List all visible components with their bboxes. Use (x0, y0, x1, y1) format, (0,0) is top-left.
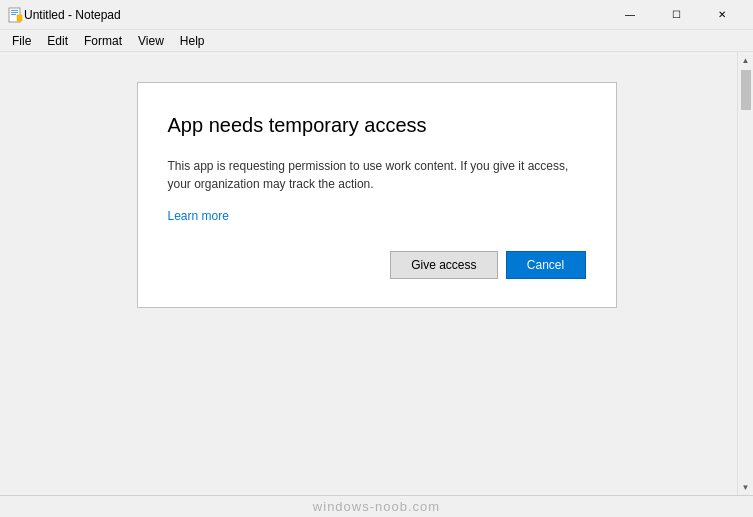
give-access-button[interactable]: Give access (390, 251, 497, 279)
svg-rect-4 (17, 15, 22, 21)
menu-view[interactable]: View (130, 30, 172, 51)
learn-more-link[interactable]: Learn more (168, 209, 229, 223)
close-button[interactable]: ✕ (699, 0, 745, 30)
svg-rect-2 (11, 12, 18, 13)
watermark-text: windows-noob.com (313, 499, 440, 514)
svg-rect-3 (11, 14, 16, 15)
window-title: Untitled - Notepad (24, 8, 607, 22)
app-icon (8, 7, 24, 23)
scrollbar[interactable]: ▲ ▼ (737, 52, 753, 495)
maximize-button[interactable]: ☐ (653, 0, 699, 30)
scroll-up-arrow[interactable]: ▲ (738, 52, 754, 68)
menu-help[interactable]: Help (172, 30, 213, 51)
bottom-bar: windows-noob.com (0, 495, 753, 517)
menu-edit[interactable]: Edit (39, 30, 76, 51)
title-bar: Untitled - Notepad — ☐ ✕ (0, 0, 753, 30)
dialog-title: App needs temporary access (168, 113, 586, 137)
menu-file[interactable]: File (4, 30, 39, 51)
dialog: App needs temporary access This app is r… (137, 82, 617, 308)
svg-rect-1 (11, 10, 18, 11)
scroll-down-arrow[interactable]: ▼ (738, 479, 754, 495)
scroll-thumb[interactable] (741, 70, 751, 110)
minimize-button[interactable]: — (607, 0, 653, 30)
dialog-body: This app is requesting permission to use… (168, 157, 586, 193)
window-controls: — ☐ ✕ (607, 0, 745, 30)
menu-format[interactable]: Format (76, 30, 130, 51)
cancel-button[interactable]: Cancel (506, 251, 586, 279)
menu-bar: File Edit Format View Help (0, 30, 753, 52)
dialog-buttons: Give access Cancel (168, 251, 586, 279)
main-area: App needs temporary access This app is r… (0, 52, 753, 495)
